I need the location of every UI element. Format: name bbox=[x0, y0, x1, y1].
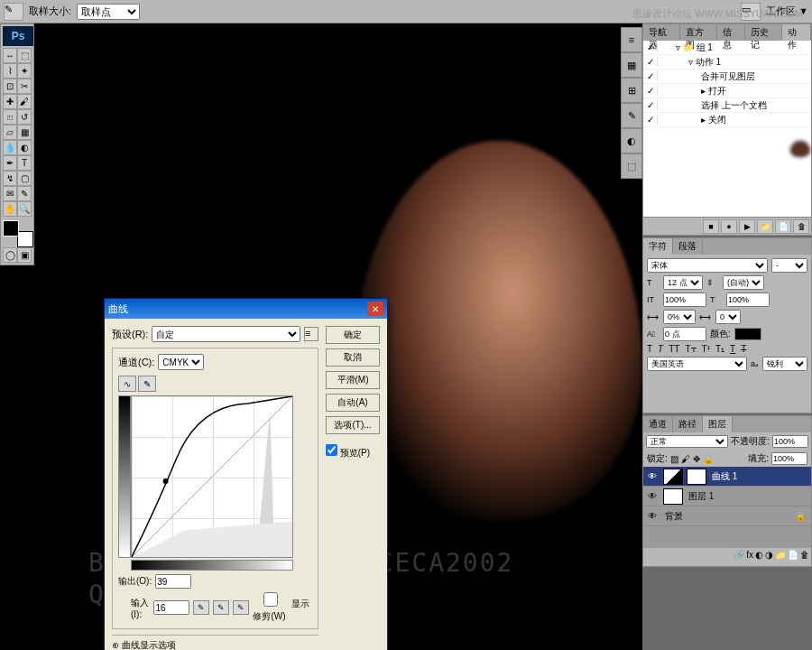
lasso-tool[interactable]: ⌇ bbox=[3, 63, 17, 79]
zoom-tool[interactable]: 🔍 bbox=[17, 201, 32, 217]
language-select[interactable]: 美国英语 bbox=[647, 357, 747, 371]
marquee-tool[interactable]: ⬚ bbox=[17, 48, 32, 63]
italic-icon[interactable]: T bbox=[658, 344, 663, 354]
input-input[interactable] bbox=[153, 600, 189, 615]
lock-transparent-icon[interactable]: ▨ bbox=[670, 454, 678, 464]
preset-menu-icon[interactable]: ≡ bbox=[304, 327, 318, 341]
move-tool[interactable]: ↔ bbox=[3, 48, 17, 63]
eyedropper-icon[interactable]: ✎ bbox=[4, 3, 23, 21]
visibility-icon[interactable]: 👁 bbox=[643, 511, 661, 521]
action-row[interactable]: ✓▿ 动作 1 bbox=[643, 55, 811, 70]
gradient-tool[interactable]: ▦ bbox=[17, 125, 32, 140]
heal-tool[interactable]: ✚ bbox=[3, 94, 17, 109]
font-family-select[interactable]: 宋体 bbox=[647, 258, 768, 273]
tab-actions[interactable]: 动作 bbox=[782, 24, 811, 41]
show-clipping-checkbox[interactable]: 显示修剪(W) bbox=[253, 592, 312, 623]
tab-character[interactable]: 字符 bbox=[643, 238, 673, 255]
fill-input[interactable] bbox=[771, 452, 807, 465]
stop-icon[interactable]: ■ bbox=[703, 219, 719, 234]
panel-icon-1[interactable]: ≡ bbox=[621, 27, 642, 52]
new-layer-icon[interactable]: 📄 bbox=[788, 550, 798, 564]
tab-navigator[interactable]: 导航器 bbox=[643, 24, 680, 41]
layer-row[interactable]: 👁曲线 1 bbox=[643, 467, 811, 487]
display-options-toggle[interactable]: ⊕ 曲线显示选项 bbox=[112, 635, 318, 650]
notes-tool[interactable]: ✉ bbox=[3, 186, 17, 201]
curve-graph[interactable] bbox=[131, 395, 293, 558]
shape-tool[interactable]: ▢ bbox=[17, 171, 32, 186]
adjustment-layer-icon[interactable]: ◑ bbox=[765, 550, 773, 564]
kerning-select[interactable]: 0 bbox=[715, 310, 741, 324]
options-button[interactable]: 选项(T)... bbox=[326, 416, 380, 434]
vscale-input[interactable] bbox=[663, 292, 706, 307]
curve-point-tool[interactable]: ∿ bbox=[118, 376, 136, 392]
delete-layer-icon[interactable]: 🗑 bbox=[800, 550, 809, 564]
background-swatch[interactable] bbox=[17, 231, 33, 247]
panel-icon-5[interactable]: ◐ bbox=[621, 128, 642, 153]
bold-icon[interactable]: T bbox=[647, 344, 652, 354]
action-row[interactable]: ✓▸ 关闭 bbox=[643, 113, 811, 127]
new-action-icon[interactable]: 📄 bbox=[775, 219, 791, 234]
smooth-button[interactable]: 平滑(M) bbox=[326, 371, 380, 389]
strike-icon[interactable]: T bbox=[741, 344, 746, 354]
font-style-select[interactable]: - bbox=[771, 258, 807, 273]
lock-pixels-icon[interactable]: 🖌 bbox=[681, 454, 690, 464]
brush-tool[interactable]: 🖌 bbox=[17, 94, 32, 109]
hscale-input[interactable] bbox=[726, 292, 770, 307]
panel-icon-3[interactable]: ⊞ bbox=[621, 78, 642, 103]
blend-mode-select[interactable]: 正常 bbox=[646, 435, 728, 448]
subscript-icon[interactable]: T₁ bbox=[715, 344, 724, 354]
tracking-select[interactable]: 0% bbox=[663, 310, 696, 324]
tab-paragraph[interactable]: 段落 bbox=[673, 238, 703, 255]
layer-mask-icon[interactable]: ◐ bbox=[755, 550, 763, 564]
cancel-button[interactable]: 取消 bbox=[326, 348, 380, 367]
allcaps-icon[interactable]: TT bbox=[669, 344, 679, 354]
channel-select[interactable]: CMYK bbox=[158, 354, 204, 370]
new-group-icon[interactable]: 📁 bbox=[775, 550, 786, 564]
auto-button[interactable]: 自动(A) bbox=[326, 394, 380, 412]
baseline-input[interactable] bbox=[663, 327, 706, 341]
text-color-swatch[interactable] bbox=[734, 328, 761, 340]
record-icon[interactable]: ● bbox=[721, 219, 737, 234]
close-icon[interactable]: ✕ bbox=[367, 302, 383, 316]
pen-tool[interactable]: ✒ bbox=[3, 155, 17, 171]
action-row[interactable]: ✓▸ 打开 bbox=[643, 84, 811, 98]
quickmask-icon[interactable]: ◯ bbox=[3, 247, 17, 263]
path-tool[interactable]: ↯ bbox=[3, 171, 17, 186]
black-point-icon[interactable]: ✎ bbox=[193, 600, 209, 615]
superscript-icon[interactable]: T¹ bbox=[702, 344, 710, 354]
wand-tool[interactable]: ✦ bbox=[17, 63, 32, 79]
action-row[interactable]: ✓▿ 📁 组 1 bbox=[643, 41, 811, 55]
layer-row[interactable]: 👁背景🔒 bbox=[643, 506, 811, 526]
lock-position-icon[interactable]: ✥ bbox=[693, 454, 700, 464]
color-swatches[interactable] bbox=[3, 220, 33, 247]
preview-checkbox[interactable]: 预览(P) bbox=[326, 444, 380, 460]
leading-select[interactable]: (自动) bbox=[723, 275, 764, 290]
white-point-icon[interactable]: ✎ bbox=[233, 600, 249, 615]
link-layers-icon[interactable]: 🔗 bbox=[734, 550, 744, 564]
dialog-titlebar[interactable]: 曲线 ✕ bbox=[105, 299, 387, 319]
curve-pencil-tool[interactable]: ✎ bbox=[138, 376, 156, 392]
blur-tool[interactable]: 💧 bbox=[3, 140, 17, 155]
dodge-tool[interactable]: ◐ bbox=[17, 140, 32, 155]
preset-select[interactable]: 自定 bbox=[152, 326, 300, 342]
stamp-tool[interactable]: ⏍ bbox=[3, 109, 17, 125]
crop-tool[interactable]: ⊡ bbox=[3, 79, 17, 94]
opacity-input[interactable] bbox=[772, 435, 808, 448]
play-icon[interactable]: ▶ bbox=[739, 219, 755, 234]
screenmode-icon[interactable]: ▣ bbox=[17, 247, 32, 263]
tab-channels[interactable]: 通道 bbox=[643, 416, 673, 432]
lock-all-icon[interactable]: 🔒 bbox=[703, 454, 714, 464]
history-brush-tool[interactable]: ↺ bbox=[17, 109, 32, 125]
antialias-select[interactable]: 锐利 bbox=[762, 357, 807, 371]
underline-icon[interactable]: T bbox=[730, 344, 735, 354]
eraser-tool[interactable]: ▱ bbox=[3, 125, 17, 140]
tab-paths[interactable]: 路径 bbox=[673, 416, 703, 432]
layer-row[interactable]: 👁图层 1 bbox=[643, 487, 811, 506]
foreground-swatch[interactable] bbox=[3, 220, 19, 237]
trash-icon[interactable]: 🗑 bbox=[793, 219, 809, 234]
layer-fx-icon[interactable]: fx bbox=[746, 550, 753, 564]
panel-icon-6[interactable]: ⬚ bbox=[621, 153, 642, 179]
panel-icon-2[interactable]: ▦ bbox=[621, 52, 642, 78]
action-row[interactable]: ✓选择 上一个文档 bbox=[643, 98, 811, 113]
slice-tool[interactable]: ✂ bbox=[17, 79, 32, 94]
